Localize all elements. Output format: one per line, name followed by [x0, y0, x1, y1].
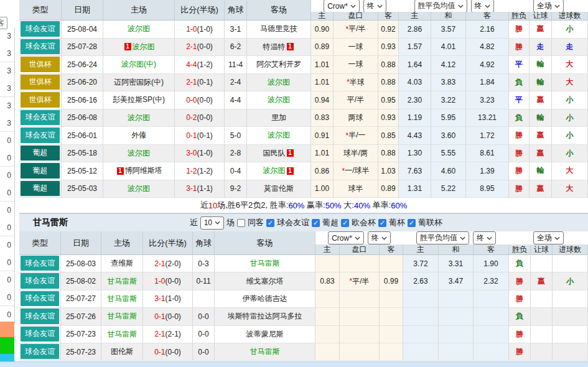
league-filter-label: 球会友谊: [277, 217, 309, 228]
result-cell: 勝: [509, 326, 531, 343]
avg-draw-cell: [439, 290, 474, 308]
league-filter-checkbox-primeira[interactable]: [312, 219, 320, 227]
match-type-badge: 葡超: [21, 146, 60, 161]
handicap-win-rate-value: 50%: [325, 201, 342, 210]
avg-odds-select[interactable]: 胜平负均值: [416, 231, 469, 244]
avg-away-cell: 1.72: [466, 127, 509, 145]
handicap-result-cell: [531, 290, 553, 308]
fulltime-score: 1-0: [186, 25, 197, 34]
handicap-result-cell: 輸: [530, 109, 552, 128]
handicap-text: 半/一: [348, 130, 365, 141]
handicap-cell: [340, 255, 380, 272]
away-team-cell: 甘马雷斯: [215, 255, 315, 272]
home-team-cell: 甘马雷斯: [101, 272, 143, 290]
col-odds-home: 主: [311, 12, 334, 20]
odds-home-cell: [315, 308, 340, 325]
fulltime-score: 3-1: [186, 184, 197, 193]
avg-draw-cell: 3.57: [431, 21, 466, 39]
handicap-cell: *半/一: [334, 127, 378, 145]
odds-away-cell: 0.93: [378, 39, 399, 57]
halftime-score: (0-0): [166, 277, 181, 286]
fulltime-score: 3-0: [186, 149, 197, 157]
scope-value: 全场: [537, 233, 552, 243]
avg-draw-cell: 4.60: [431, 162, 466, 180]
handicap-cell: *平/半: [334, 21, 378, 39]
result-cell: 負: [509, 255, 531, 272]
fulltime-score: 2-1: [186, 42, 197, 51]
away-team-name: 波尔图: [268, 130, 290, 141]
match-type-badge: 球会友谊: [21, 256, 59, 271]
away-team-cell: 维戈塞尔塔: [215, 272, 315, 290]
handicap-result-cell: [531, 326, 553, 343]
goals-result-cell: 小: [552, 109, 588, 128]
red-card-badge: 1: [124, 43, 131, 50]
odds-stage-select[interactable]: 终: [368, 231, 391, 244]
league-filter-checkbox-conference[interactable]: [341, 219, 349, 227]
odds-stage-select[interactable]: 终: [363, 0, 386, 12]
league-filter-label: 葡联杯: [418, 217, 442, 228]
horizontal-scrollbar[interactable]: [0, 361, 588, 367]
away-team-cell: 伊蒂哈德吉达: [215, 290, 315, 308]
corner-cell: 9-2: [225, 180, 247, 198]
table-row: 世俱杯25-06-24波尔图(中)4-4(1-2)11-4阿尔艾利开罗1.01一…: [19, 56, 588, 74]
bookmaker-select[interactable]: Crow*: [328, 231, 364, 244]
stats-page: 客 3 3 3 3 3 3 0 0 0 0 0 0 0 0 0 0 0 类型 日…: [0, 0, 588, 367]
avg-home-cell: 1.57: [399, 39, 431, 57]
date-cell: 25-07-27: [61, 290, 101, 308]
table-row: 球会友谊25-08-03查维斯2-1(2-0)0-3甘马雷斯3.723.311.…: [19, 255, 588, 272]
handicap-cell: [340, 343, 380, 361]
avg-home-cell: 2.63: [403, 272, 439, 290]
handicap-result-cell: 贏: [530, 180, 552, 198]
league-filter-checkbox-friendly[interactable]: [266, 219, 274, 227]
result-cell: 勝: [509, 290, 531, 308]
away-team-name: 甘马雷斯: [250, 346, 280, 357]
odds-home-cell: [315, 326, 340, 343]
scope-select[interactable]: 全场: [533, 231, 564, 244]
away-team-name: 甘马雷斯: [250, 258, 280, 269]
col-handicap: 盘口: [334, 12, 378, 20]
score-cell: 0-1(0-0): [143, 343, 193, 361]
odds-home-cell: [315, 290, 340, 308]
type-cell: 葡超: [19, 162, 62, 180]
away-team-name: 阿尔艾利开罗: [256, 59, 301, 70]
table-row: 球会友谊25-06-01外傣0-1(0-1)5-0波尔图0.91*半/一0.85…: [19, 127, 588, 145]
away-team-name: 国民队: [263, 148, 286, 159]
col-avg-draw: 和: [431, 12, 466, 20]
col-away: 客场: [247, 0, 311, 20]
chevron-down-icon: [355, 236, 360, 240]
col-date: 日期: [61, 231, 101, 254]
fulltime-score: 4-4: [186, 60, 197, 69]
home-team-cell: 查维斯: [101, 255, 143, 272]
handicap-result-cell: 輸: [530, 74, 552, 92]
fulltime-score: 2-1: [154, 330, 165, 338]
recent-count-select[interactable]: 10: [200, 216, 224, 230]
type-cell: 球会友谊: [19, 326, 61, 343]
same-away-checkbox[interactable]: [237, 219, 245, 227]
handicap-result-cell: [531, 255, 553, 272]
odds-away-cell: [380, 255, 403, 272]
handicap-cell: 球半/两: [334, 145, 378, 163]
avg-stage-select[interactable]: 终: [473, 231, 496, 244]
chevron-down-icon: [487, 236, 492, 240]
corner-cell: 11-4: [225, 56, 247, 74]
odds-home-cell: 1.00: [311, 180, 334, 198]
date-cell: 25-06-24: [62, 56, 103, 74]
gutter-numbers-column: 3 3 3 3 3 3 0 0 0 0 0 0 0 0 0 0 0: [0, 27, 15, 323]
fulltime-score: 0-2: [186, 113, 197, 122]
handicap-text: 球半/两: [343, 148, 368, 159]
match-type-badge: 球会友谊: [21, 21, 60, 37]
score-cell: 0-2(0-0): [175, 109, 225, 128]
odds-home-cell: 1.01: [311, 74, 334, 92]
league-filter-checkbox-cup[interactable]: [378, 219, 386, 227]
score-cell: 1-0(1-0): [175, 21, 225, 39]
type-cell: 球会友谊: [19, 290, 61, 308]
avg-away-cell: [474, 326, 509, 343]
avg-odds-select[interactable]: 胜平负均值: [414, 0, 467, 12]
league-filter-checkbox-leaguecup[interactable]: [408, 219, 416, 227]
col-corner: 角球: [193, 231, 215, 254]
handicap-cell: 一球: [334, 39, 378, 57]
halftime-score: (0-0): [197, 96, 213, 105]
summary-text: 场,胜6平2负2, 胜率:: [217, 200, 288, 211]
halftime-score: (0-0): [197, 113, 213, 122]
date-cell: 25-06-08: [62, 109, 103, 128]
